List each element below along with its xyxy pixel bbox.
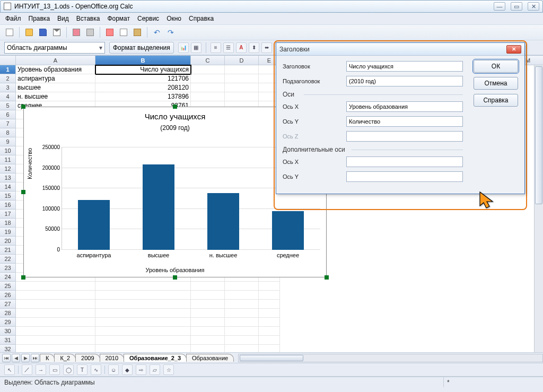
row-header[interactable]: 5 [0, 101, 16, 110]
chart-grid-icon[interactable]: ▦ [191, 42, 202, 53]
arrow-icon[interactable]: → [36, 364, 46, 375]
cell[interactable] [259, 300, 280, 309]
cell[interactable]: аспирантура [16, 74, 95, 83]
tab-nav-first[interactable]: ⏮ [2, 354, 11, 362]
row-header[interactable]: 31 [0, 336, 16, 345]
cell[interactable] [259, 327, 280, 336]
paste-button[interactable] [132, 27, 143, 38]
cell[interactable] [225, 336, 259, 345]
chart-cols-icon[interactable]: ⬌ [261, 42, 272, 53]
cell[interactable] [225, 291, 259, 300]
cell[interactable] [95, 300, 191, 309]
cell[interactable] [225, 282, 259, 291]
col-header-B[interactable]: B [95, 56, 191, 65]
cell[interactable] [16, 336, 95, 345]
cell[interactable] [95, 327, 191, 336]
horizontal-scrollbar[interactable] [238, 354, 543, 362]
open-button[interactable] [24, 27, 34, 38]
menu-file[interactable]: Файл [5, 15, 21, 22]
maximize-button[interactable]: ▭ [511, 2, 522, 11]
cell[interactable] [95, 336, 191, 345]
callout-icon[interactable]: ☺ [108, 364, 119, 375]
ok-button[interactable]: ОК [474, 60, 518, 73]
cell[interactable] [16, 327, 95, 336]
row-header[interactable]: 7 [0, 119, 16, 128]
cell[interactable] [16, 291, 95, 300]
row-header[interactable]: 19 [0, 228, 16, 237]
cell[interactable] [191, 345, 225, 352]
cell[interactable] [259, 318, 280, 327]
cell[interactable] [16, 282, 95, 291]
row-header[interactable]: 28 [0, 309, 16, 318]
cell[interactable] [191, 83, 225, 92]
row-header[interactable]: 9 [0, 137, 16, 146]
tab-nav-last[interactable]: ⏭ [31, 354, 39, 362]
undo-button[interactable]: ↶ [152, 27, 162, 38]
menu-format[interactable]: Формат [107, 15, 130, 22]
cell[interactable] [225, 309, 259, 318]
export-pdf-button[interactable] [71, 27, 82, 38]
tab-nav-next[interactable]: ▶ [21, 354, 30, 362]
stars-icon[interactable]: ☆ [163, 364, 174, 375]
cell[interactable] [259, 291, 280, 300]
cell[interactable] [191, 300, 225, 309]
row-header[interactable]: 23 [0, 264, 16, 273]
row-header[interactable]: 25 [0, 282, 16, 291]
row-header[interactable]: 24 [0, 273, 16, 282]
cell[interactable] [191, 282, 225, 291]
row-header[interactable]: 12 [0, 164, 16, 173]
cell[interactable]: 137896 [95, 92, 191, 101]
row-header[interactable]: 13 [0, 173, 16, 182]
cell[interactable] [191, 65, 225, 74]
legend-icon[interactable]: ☰ [223, 42, 234, 53]
row-header[interactable]: 15 [0, 191, 16, 201]
cell[interactable] [95, 318, 191, 327]
text-frame-icon[interactable]: T [77, 364, 87, 375]
cell[interactable]: высшее [16, 83, 95, 92]
input-axis-y[interactable] [346, 116, 463, 127]
cell[interactable] [259, 345, 280, 352]
input-axis-x2[interactable] [346, 156, 463, 167]
sheet-tab[interactable]: Образование [186, 354, 234, 362]
row-header[interactable]: 8 [0, 128, 16, 137]
dialog-close-button[interactable]: ✕ [506, 45, 521, 54]
menu-edit[interactable]: Правка [29, 15, 50, 22]
cell[interactable] [191, 318, 225, 327]
row-header[interactable]: 2 [0, 74, 16, 83]
cell[interactable] [225, 300, 259, 309]
cell[interactable] [16, 345, 95, 352]
col-header-D[interactable]: D [225, 56, 259, 65]
menu-help[interactable]: Справка [189, 15, 214, 22]
row-header[interactable]: 10 [0, 146, 16, 155]
row-header[interactable]: 21 [0, 246, 16, 255]
row-header[interactable]: 26 [0, 291, 16, 300]
curve-icon[interactable]: ∿ [91, 364, 101, 375]
cell[interactable] [191, 327, 225, 336]
row-header[interactable]: 17 [0, 210, 16, 219]
save-button[interactable] [38, 27, 48, 38]
menu-tools[interactable]: Сервис [137, 15, 159, 22]
line-icon[interactable]: ／ [22, 364, 32, 375]
close-button[interactable]: ✕ [528, 2, 539, 11]
cell[interactable] [16, 318, 95, 327]
tab-nav-prev[interactable]: ◀ [12, 354, 20, 362]
cell[interactable]: 208120 [95, 83, 191, 92]
format-selection-button[interactable]: Формат выделения [109, 42, 174, 54]
row-header[interactable]: 4 [0, 92, 16, 101]
redo-button[interactable]: ↷ [165, 27, 176, 38]
mail-button[interactable] [51, 27, 62, 38]
row-header[interactable]: 18 [0, 219, 16, 228]
row-header[interactable]: 27 [0, 300, 16, 309]
menu-view[interactable]: Вид [57, 15, 69, 22]
sheet-tab[interactable]: К_2 [54, 354, 76, 362]
cell[interactable] [191, 92, 225, 101]
row-header[interactable]: 14 [0, 182, 16, 191]
cell[interactable] [259, 336, 280, 345]
chart-bars-icon[interactable]: ⬍ [249, 42, 259, 53]
vertical-scrollbar[interactable] [534, 65, 543, 352]
cell[interactable]: 121706 [95, 74, 191, 83]
pointer-icon[interactable]: ↖ [4, 364, 15, 375]
cell[interactable] [225, 345, 259, 352]
input-axis-x[interactable] [346, 101, 463, 112]
row-header[interactable]: 16 [0, 201, 16, 210]
